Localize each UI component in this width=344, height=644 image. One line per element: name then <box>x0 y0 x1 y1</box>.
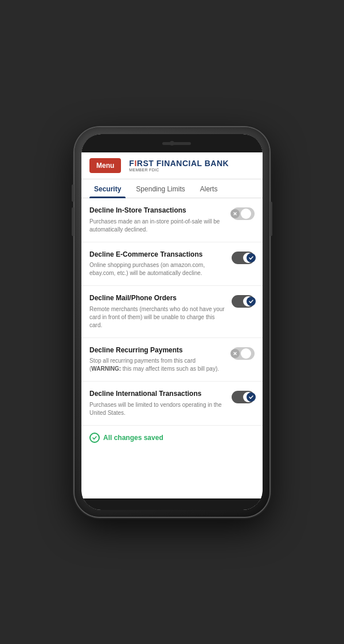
toggle-international-icon <box>247 392 256 402</box>
toggle-in-store-icon <box>230 209 240 218</box>
side-button-volume <box>72 207 74 236</box>
setting-in-store-title: Decline In-Store Transactions <box>89 206 226 215</box>
toggle-recurring[interactable] <box>232 347 255 360</box>
setting-ecommerce-text: Decline E-Commerce Transactions Online s… <box>89 250 226 278</box>
tabs-container: Security Spending Limits Alerts <box>81 179 263 198</box>
toggle-in-store-knob <box>241 209 251 219</box>
toggle-recurring-icon <box>230 349 240 358</box>
setting-mail-phone: Decline Mail/Phone Orders Remote merchan… <box>81 286 263 338</box>
tab-security[interactable]: Security <box>89 179 126 198</box>
toggle-international[interactable] <box>232 391 255 403</box>
toggle-recurring-knob <box>241 348 251 359</box>
bank-subtitle: MEMBER FDIC <box>129 168 159 172</box>
toggle-ecommerce[interactable] <box>232 252 255 264</box>
toggle-ecommerce-icon <box>247 253 256 262</box>
setting-international-desc: Purchases will be limited to vendors ope… <box>89 401 226 417</box>
phone-screen-container: Menu FIRST FINANCIAL BANK MEMBER FDIC Se… <box>81 134 263 510</box>
toggle-mail-phone-icon <box>247 297 256 306</box>
setting-ecommerce-title: Decline E-Commerce Transactions <box>89 250 226 260</box>
tab-alerts[interactable]: Alerts <box>196 179 222 198</box>
setting-ecommerce: Decline E-Commerce Transactions Online s… <box>81 242 263 286</box>
warning-bold: WARNING: <box>91 366 121 372</box>
setting-in-store: Decline In-Store Transactions Purchases … <box>81 198 263 242</box>
setting-international-text: Decline International Transactions Purch… <box>89 390 226 417</box>
setting-international-title: Decline International Transactions <box>89 390 226 399</box>
phone-frame: Menu FIRST FINANCIAL BANK MEMBER FDIC Se… <box>75 127 269 517</box>
toggle-in-store[interactable] <box>232 207 255 220</box>
app-content: Menu FIRST FINANCIAL BANK MEMBER FDIC Se… <box>81 152 263 498</box>
saved-status: All changes saved <box>81 426 263 450</box>
setting-in-store-desc: Purchases made an an in-store point-of-s… <box>89 218 226 234</box>
toggle-recurring-wrap <box>232 347 255 360</box>
tab-spending-limits[interactable]: Spending Limits <box>131 179 189 198</box>
phone-screen: Menu FIRST FINANCIAL BANK MEMBER FDIC Se… <box>81 134 263 510</box>
toggle-mail-phone[interactable] <box>232 295 255 308</box>
setting-in-store-text: Decline In-Store Transactions Purchases … <box>89 206 226 234</box>
settings-list: Decline In-Store Transactions Purchases … <box>81 198 263 426</box>
setting-mail-phone-title: Decline Mail/Phone Orders <box>89 294 226 303</box>
bank-name: FIRST FINANCIAL BANK <box>129 159 229 168</box>
setting-recurring: Decline Recurring Payments Stop all recu… <box>81 338 263 382</box>
setting-mail-phone-desc: Remote merchants (merchants who do not h… <box>89 305 226 329</box>
camera-dot <box>170 141 174 146</box>
setting-recurring-text: Decline Recurring Payments Stop all recu… <box>89 346 226 374</box>
saved-text: All changes saved <box>103 434 163 442</box>
bank-logo: FIRST FINANCIAL BANK MEMBER FDIC <box>129 159 229 172</box>
app-header: Menu FIRST FINANCIAL BANK MEMBER FDIC <box>81 152 263 179</box>
phone-top-bar <box>81 134 263 152</box>
menu-button[interactable]: Menu <box>89 158 121 173</box>
saved-check-icon <box>89 433 100 443</box>
speaker-grill <box>162 142 191 145</box>
side-button-mute <box>72 184 74 202</box>
setting-recurring-desc: Stop all recurring payments from this ca… <box>89 357 226 373</box>
setting-recurring-title: Decline Recurring Payments <box>89 346 226 355</box>
toggle-mail-phone-wrap <box>232 295 255 308</box>
bank-name-text: FIRST FINANCIAL BANK <box>129 159 229 168</box>
setting-mail-phone-text: Decline Mail/Phone Orders Remote merchan… <box>89 294 226 329</box>
side-button-power <box>270 202 272 236</box>
toggle-international-wrap <box>232 391 255 403</box>
phone-bottom-bar <box>81 498 263 510</box>
setting-ecommerce-desc: Online shopping purchases (on amazon.com… <box>89 261 226 277</box>
toggle-ecommerce-wrap <box>232 252 255 264</box>
setting-international: Decline International Transactions Purch… <box>81 382 263 426</box>
toggle-in-store-wrap <box>232 207 255 220</box>
